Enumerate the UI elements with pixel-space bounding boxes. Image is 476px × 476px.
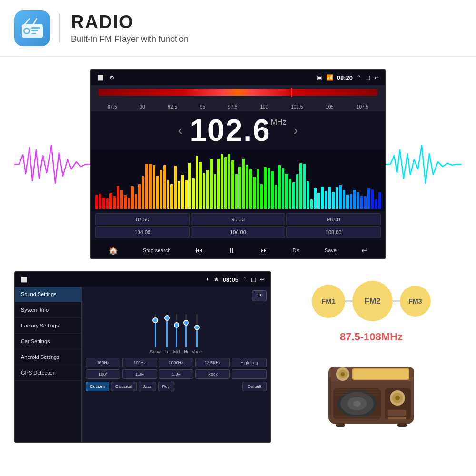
preset-6[interactable]: 108.00 <box>286 226 381 238</box>
header-text-block: RADIO Built-in FM Player with function <box>71 12 188 44</box>
preset-custom-button[interactable]: Custom <box>86 382 109 391</box>
fm-tuner[interactable]: 87.5 90 92.5 95 97.5 100 102.5 105 107.5 <box>91 85 385 111</box>
freq-cell-160hz[interactable]: 160Hz <box>86 358 120 367</box>
svg-rect-3 <box>31 27 40 29</box>
eq-bar <box>307 181 309 209</box>
stop-search-button[interactable]: Stop search <box>139 246 175 255</box>
eq-bar <box>253 177 256 209</box>
eq-bar <box>196 156 198 209</box>
tuner-marker <box>291 88 292 97</box>
eq-bar <box>317 193 320 209</box>
freq-cell-125khz[interactable]: 12.5KHz <box>195 358 230 367</box>
eq-bar <box>163 165 166 209</box>
menu-gps-detection[interactable]: GPS Detection <box>15 365 81 381</box>
eq-bar <box>303 164 306 209</box>
back-ctrl-button[interactable]: ↩ <box>357 244 371 257</box>
eq-bar <box>145 164 148 209</box>
freq-prev-button[interactable]: ‹ <box>171 123 189 138</box>
eq-bar <box>124 195 127 209</box>
fm-controls: 🏠 Stop search ⏮ ⏸ ⏭ DX Save ↩ <box>91 240 385 259</box>
save-button[interactable]: Save <box>321 246 340 255</box>
freq-cell-1000hz[interactable]: 1000Hz <box>159 358 194 367</box>
freq-cell-1f-1[interactable]: 1.0F <box>122 369 157 379</box>
freq-cell-100hz[interactable]: 100Hz <box>122 358 157 367</box>
signal-icon: ▣ <box>317 74 322 81</box>
preset-5[interactable]: 106.00 <box>191 226 286 238</box>
menu-factory-settings[interactable]: Factory Settings <box>15 318 81 334</box>
preset-default-button[interactable]: Default <box>242 382 267 391</box>
preset-4[interactable]: 104.00 <box>95 226 190 238</box>
eq-bar <box>199 162 202 209</box>
freq-cell-highfreq[interactable]: High freq <box>232 358 267 367</box>
header-subtitle: Built-in FM Player with function <box>71 34 188 44</box>
svg-point-21 <box>353 401 361 407</box>
back-icon: ↩ <box>374 74 379 81</box>
preset-jazz-button[interactable]: Jazz <box>139 382 156 391</box>
eq-bar <box>296 174 299 209</box>
status-left: ⬜ ⚙ <box>97 75 114 81</box>
eq-bar <box>102 198 105 209</box>
eq-bar <box>346 195 349 209</box>
freq-next-button[interactable]: › <box>287 123 305 138</box>
eq-bar <box>113 196 116 209</box>
eq-bar <box>285 174 288 209</box>
eq-bar <box>325 191 327 209</box>
eq-bar <box>192 178 195 209</box>
eq-bar <box>242 159 245 209</box>
play-pause-button[interactable]: ⏸ <box>224 244 239 257</box>
eq-bar <box>95 195 98 209</box>
window-icon: ⬜ <box>97 75 104 81</box>
eq-bar <box>278 165 281 209</box>
eq-bar <box>214 174 217 209</box>
eq-bar <box>350 194 353 209</box>
settings-window2-icon: ▢ <box>251 276 256 283</box>
menu-sound-settings[interactable]: Sound Settings <box>15 287 81 302</box>
preset-1[interactable]: 87.50 <box>95 213 190 225</box>
preset-3[interactable]: 98.00 <box>286 213 381 225</box>
eq-bar <box>336 187 338 209</box>
radio-app-icon <box>20 16 45 40</box>
frequency-unit: MHz <box>271 118 287 127</box>
svg-point-30 <box>395 396 400 400</box>
freq-cell-1f-2[interactable]: 1.0F <box>159 369 194 379</box>
header-divider <box>60 14 60 42</box>
fm-freq-range: 87.5-108MHz <box>340 331 403 343</box>
wave-right <box>386 136 462 193</box>
preset-pop-button[interactable]: Pop <box>158 382 174 391</box>
fm-info-panel: FM1 FM2 FM3 87.5-108MHz <box>281 271 462 443</box>
next-button[interactable]: ⏭ <box>257 244 272 257</box>
svg-point-14 <box>341 372 345 376</box>
star-icon: ★ <box>214 276 219 283</box>
menu-car-settings[interactable]: Car Settings <box>15 334 81 349</box>
radio-icon-box <box>14 10 50 46</box>
freq-cell-rock[interactable]: Rock <box>195 369 230 379</box>
settings-screen: ⬜ ✦ ★ 08:05 ⌃ ▢ ↩ Sound Settings System … <box>14 271 271 443</box>
eq-bar <box>332 192 335 209</box>
eq-slider-subw: Subw <box>150 314 161 354</box>
home-button[interactable]: 🏠 <box>105 244 122 257</box>
freq-cell-180deg[interactable]: 180° <box>86 369 120 379</box>
preset-classical-button[interactable]: Classical <box>111 382 137 391</box>
eq-bar <box>228 154 231 209</box>
eq-bar <box>117 186 119 209</box>
settings-status-left: ⬜ <box>21 277 28 283</box>
eq-bar <box>185 180 188 209</box>
svg-rect-16 <box>353 369 408 379</box>
menu-android-settings[interactable]: Android Settings <box>15 349 81 365</box>
eq-bar <box>353 190 356 209</box>
eq-bar <box>310 199 313 209</box>
main-content: ⬜ ⚙ ▣ 📶 08:20 ⌃ ▢ ↩ 87.5 90 <box>0 57 476 447</box>
eq-bar <box>343 190 346 209</box>
dx-button[interactable]: DX <box>289 246 304 255</box>
bluetooth-icon: ✦ <box>205 276 210 283</box>
bottom-section: ⬜ ✦ ★ 08:05 ⌃ ▢ ↩ Sound Settings System … <box>14 271 462 443</box>
preset-2[interactable]: 90.00 <box>191 213 286 225</box>
bt-toggle-button[interactable]: ⇄ <box>252 290 267 301</box>
prev-button[interactable]: ⏮ <box>192 244 207 257</box>
eq-bar <box>378 192 381 209</box>
status-time: 08:20 <box>337 74 353 81</box>
settings-icon: ⚙ <box>109 75 114 81</box>
eq-bar <box>149 164 152 209</box>
menu-system-info[interactable]: System Info <box>15 302 81 318</box>
eq-preset-row: Custom Classical Jazz Pop Default <box>86 382 267 391</box>
